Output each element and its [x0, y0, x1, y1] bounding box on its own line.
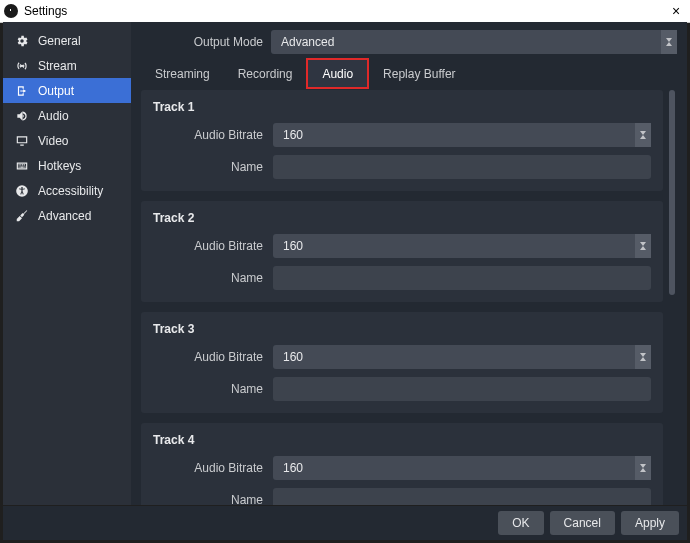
- track-title: Track 2: [153, 211, 651, 225]
- sidebar-item-stream[interactable]: Stream: [3, 53, 131, 78]
- titlebar: Settings ×: [0, 0, 690, 23]
- app-icon: [4, 4, 18, 18]
- apply-button[interactable]: Apply: [621, 511, 679, 535]
- sidebar-item-advanced[interactable]: Advanced: [3, 203, 131, 228]
- audio-bitrate-select[interactable]: 160: [273, 123, 651, 147]
- audio-bitrate-select[interactable]: 160: [273, 456, 651, 480]
- track-title: Track 3: [153, 322, 651, 336]
- tab-replay-buffer[interactable]: Replay Buffer: [369, 60, 470, 87]
- track-panel-4: Track 4 Audio Bitrate 160 Name: [141, 423, 663, 505]
- scroll-area: Track 1 Audio Bitrate 160 Name Trac: [141, 90, 677, 505]
- audio-bitrate-select[interactable]: 160: [273, 345, 651, 369]
- output-tabs: Streaming Recording Audio Replay Buffer: [141, 60, 677, 87]
- stepper-icon[interactable]: [635, 234, 651, 258]
- tracks-list: Track 1 Audio Bitrate 160 Name Trac: [141, 90, 663, 505]
- track-panel-3: Track 3 Audio Bitrate 160 Name: [141, 312, 663, 413]
- audio-bitrate-label: Audio Bitrate: [153, 128, 273, 142]
- sidebar-item-label: Hotkeys: [38, 159, 81, 173]
- audio-bitrate-select[interactable]: 160: [273, 234, 651, 258]
- output-icon: [15, 84, 29, 98]
- sidebar-item-label: General: [38, 34, 81, 48]
- main: General Stream Output Audio Video: [3, 22, 687, 505]
- close-icon[interactable]: ×: [662, 0, 690, 22]
- audio-bitrate-label: Audio Bitrate: [153, 239, 273, 253]
- scrollbar-thumb[interactable]: [669, 90, 675, 295]
- sidebar-item-output[interactable]: Output: [3, 78, 131, 103]
- stepper-icon[interactable]: [635, 123, 651, 147]
- stepper-icon[interactable]: [635, 456, 651, 480]
- sidebar-item-label: Video: [38, 134, 68, 148]
- sidebar-item-label: Accessibility: [38, 184, 103, 198]
- audio-bitrate-label: Audio Bitrate: [153, 461, 273, 475]
- sidebar-item-audio[interactable]: Audio: [3, 103, 131, 128]
- tab-streaming[interactable]: Streaming: [141, 60, 224, 87]
- monitor-icon: [15, 134, 29, 148]
- cancel-button[interactable]: Cancel: [550, 511, 615, 535]
- speaker-icon: [15, 109, 29, 123]
- output-mode-value: Advanced: [271, 35, 334, 49]
- audio-bitrate-label: Audio Bitrate: [153, 350, 273, 364]
- track-title: Track 1: [153, 100, 651, 114]
- output-mode-select[interactable]: Advanced: [271, 30, 677, 54]
- keyboard-icon: [15, 159, 29, 173]
- track-panel-2: Track 2 Audio Bitrate 160 Name: [141, 201, 663, 302]
- bottombar: OK Cancel Apply: [3, 506, 687, 540]
- accessibility-icon: [15, 184, 29, 198]
- name-label: Name: [153, 382, 273, 396]
- tools-icon: [15, 209, 29, 223]
- stepper-icon[interactable]: [661, 30, 677, 54]
- sidebar-item-video[interactable]: Video: [3, 128, 131, 153]
- output-mode-label: Output Mode: [141, 35, 271, 49]
- name-input[interactable]: [273, 266, 651, 290]
- output-mode-row: Output Mode Advanced: [141, 30, 677, 54]
- scrollbar[interactable]: [667, 90, 677, 505]
- gear-icon: [15, 34, 29, 48]
- name-label: Name: [153, 493, 273, 505]
- name-input[interactable]: [273, 377, 651, 401]
- track-panel-1: Track 1 Audio Bitrate 160 Name: [141, 90, 663, 191]
- sidebar: General Stream Output Audio Video: [3, 22, 131, 505]
- tab-recording[interactable]: Recording: [224, 60, 307, 87]
- sidebar-item-label: Advanced: [38, 209, 91, 223]
- ok-button[interactable]: OK: [498, 511, 543, 535]
- sidebar-item-label: Audio: [38, 109, 69, 123]
- name-label: Name: [153, 160, 273, 174]
- sidebar-item-general[interactable]: General: [3, 28, 131, 53]
- name-input[interactable]: [273, 488, 651, 505]
- sidebar-item-label: Stream: [38, 59, 77, 73]
- stepper-icon[interactable]: [635, 345, 651, 369]
- antenna-icon: [15, 59, 29, 73]
- track-title: Track 4: [153, 433, 651, 447]
- sidebar-item-accessibility[interactable]: Accessibility: [3, 178, 131, 203]
- sidebar-item-label: Output: [38, 84, 74, 98]
- tab-audio[interactable]: Audio: [306, 58, 369, 89]
- name-input[interactable]: [273, 155, 651, 179]
- name-label: Name: [153, 271, 273, 285]
- sidebar-item-hotkeys[interactable]: Hotkeys: [3, 153, 131, 178]
- window-title: Settings: [24, 4, 662, 18]
- content: Output Mode Advanced Streaming Recording…: [131, 22, 687, 505]
